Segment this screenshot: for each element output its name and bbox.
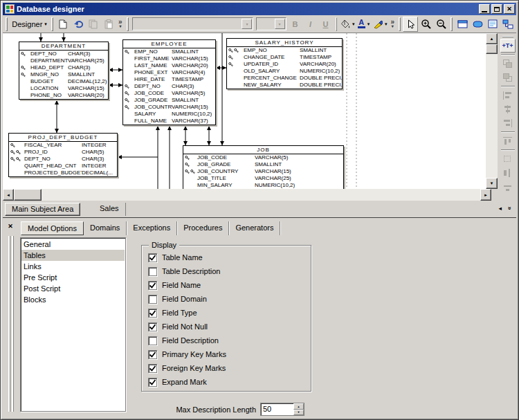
erd-table-department[interactable]: DEPARTMENTDEPT_NOCHAR(3)DEPARTMENTVARCHA… [19, 42, 109, 100]
add-table-button[interactable]: +T+ [500, 39, 516, 53]
collapse-panel-icon[interactable]: « [505, 206, 512, 210]
align-left-button[interactable] [500, 89, 516, 102]
erd-table-employee[interactable]: EMPLOYEEEMP_NOSMALLINTFIRST_NAMEVARCHAR(… [122, 39, 216, 125]
options-tab-domains[interactable]: Domains [84, 221, 127, 235]
toolbar-grip[interactable] [6, 17, 8, 31]
max-description-spinner[interactable]: 50 ▲ ▼ [260, 403, 304, 416]
font-color-button[interactable]: A ▾ [356, 17, 372, 32]
checkbox-checked[interactable] [148, 364, 157, 373]
panel-close-button[interactable]: ✕ [6, 222, 15, 230]
toolbar-grip[interactable] [502, 36, 513, 37]
align-top-button[interactable] [500, 134, 516, 148]
subject-tab-sales[interactable]: Sales [93, 203, 126, 216]
toolbar-grip[interactable] [51, 17, 53, 31]
options-tab-exceptions[interactable]: Exceptions [127, 221, 177, 235]
align-right-button[interactable] [500, 116, 516, 130]
checkbox-checked[interactable] [148, 378, 157, 387]
new-document-button[interactable] [55, 17, 71, 32]
zoom-in-button[interactable] [418, 17, 433, 32]
minimize-button[interactable] [479, 4, 490, 14]
checkbox-checked[interactable] [148, 281, 157, 290]
list-item-links[interactable]: Links [21, 261, 125, 272]
send-to-back-button[interactable] [500, 71, 516, 84]
erd-field-name: QUART_HEAD_CNT [24, 163, 82, 170]
list-item-pre-script[interactable]: Pre Script [21, 272, 125, 283]
dock-left-icon[interactable]: ◂ [498, 205, 502, 212]
options-category-list[interactable]: GeneralTablesLinksPre ScriptPost ScriptB… [20, 237, 126, 412]
chevron-down-icon[interactable]: ▾ [275, 19, 285, 29]
bold-button[interactable]: B [288, 17, 303, 32]
close-button[interactable]: ✕ [504, 4, 515, 14]
same-size-button[interactable] [500, 152, 516, 166]
toolbar-grip[interactable] [127, 17, 129, 31]
panel-grip[interactable] [8, 236, 10, 412]
erd-table-proj_dept_budget[interactable]: PROJ_DEPT_BUDGETFISCAL_YEARINTEGERPROJ_I… [8, 133, 118, 177]
zoom-out-button[interactable] [433, 17, 448, 32]
panel-grip[interactable] [12, 236, 13, 412]
checkbox-checked[interactable] [148, 253, 157, 262]
checkbox-checked[interactable] [148, 322, 157, 331]
font-name-combo[interactable]: ▾ [132, 17, 254, 30]
toolbar-grip[interactable] [450, 17, 453, 31]
list-item-blocks[interactable]: Blocks [21, 294, 125, 305]
erd-field-row: PROJ_IDCHAR(5) [9, 149, 117, 156]
diagram-canvas[interactable]: DEPARTMENTDEPT_NOCHAR(3)DEPARTMENTVARCHA… [3, 33, 486, 189]
font-size-combo[interactable]: ▾ [256, 17, 286, 30]
subject-tab-main-subject-area[interactable]: Main Subject Area [5, 203, 80, 216]
fill-color-button[interactable]: ▾ [339, 17, 356, 32]
italic-button[interactable]: I [303, 17, 318, 32]
erd-key-marks [19, 72, 30, 77]
toolbar-grip[interactable] [399, 17, 401, 31]
erd-field-row: JOB_GRADESMALLINT [123, 97, 215, 104]
scroll-down-button[interactable]: ▼ [486, 178, 498, 189]
toolbar-grip[interactable] [336, 17, 338, 31]
list-item-general[interactable]: General [21, 239, 125, 250]
checkbox-checked[interactable] [148, 309, 157, 318]
window-view-button[interactable] [455, 17, 470, 32]
checkbox-checked[interactable] [148, 350, 157, 359]
align-center-button[interactable] [500, 102, 516, 116]
scroll-up-button[interactable]: ▲ [486, 33, 498, 44]
list-item-tables[interactable]: Tables [21, 250, 125, 261]
erd-table-job[interactable]: JOBJOB_CODEVARCHAR(5)JOB_GRADESMALLINTJO… [183, 145, 344, 189]
undo-button[interactable] [71, 17, 86, 32]
bring-to-front-button[interactable] [500, 57, 516, 71]
checkbox-row-field-description: Field Description [148, 336, 219, 345]
horizontal-scrollbar[interactable]: ◄ ► [3, 189, 491, 201]
options-tab-procedures[interactable]: Procedures [177, 221, 229, 235]
horizontal-scroll-thumb[interactable] [14, 189, 42, 201]
vertical-scroll-thumb[interactable] [486, 44, 498, 54]
chevron-down-icon[interactable]: ▾ [242, 19, 252, 29]
same-height-button[interactable] [500, 180, 516, 194]
checkbox-unchecked[interactable] [148, 267, 157, 276]
copy-button[interactable] [86, 17, 101, 32]
checkbox-unchecked[interactable] [148, 336, 157, 345]
scroll-left-button[interactable]: ◄ [3, 189, 14, 201]
checkbox-unchecked[interactable] [148, 295, 157, 304]
paste-button[interactable] [101, 17, 116, 32]
underline-button[interactable]: U [318, 17, 334, 32]
designer-menu-button[interactable]: Designer ▾ [10, 17, 49, 32]
vertical-scrollbar[interactable]: ▲ ▼ [486, 33, 498, 189]
document-view-button[interactable] [485, 17, 500, 32]
maximize-button[interactable] [491, 4, 502, 14]
same-width-button[interactable] [500, 166, 516, 180]
toolbar-overflow-button[interactable]: » ▾ [389, 19, 397, 29]
list-item-post-script[interactable]: Post Script [21, 283, 125, 294]
erd-table-salary_history[interactable]: SALARY_HISTORYEMP_NOSMALLINTCHANGE_DATET… [226, 38, 343, 89]
spin-up-button[interactable]: ▲ [293, 403, 304, 410]
highlight-color-button[interactable]: ▾ [372, 17, 389, 32]
subject-area-view-button[interactable] [470, 17, 485, 32]
options-tab-generators[interactable]: Generators [229, 221, 280, 235]
scroll-right-button[interactable]: ► [480, 189, 491, 201]
options-tab-model-options[interactable]: Model Options [21, 221, 84, 235]
erd-field-type: NUMERIC(10,2) [255, 182, 343, 189]
spin-down-button[interactable]: ▼ [293, 410, 304, 416]
erd-field-name: PHONE_EXT [134, 69, 172, 76]
pointer-tool-button[interactable] [403, 17, 418, 32]
erd-field-type: CHAR(3) [68, 51, 108, 57]
toolbar-overflow-button[interactable]: » ▾ [116, 19, 125, 29]
model-navigator-button[interactable] [500, 17, 516, 32]
erd-field-name: DEPARTMENT [30, 57, 68, 64]
align-right-icon [503, 119, 512, 127]
